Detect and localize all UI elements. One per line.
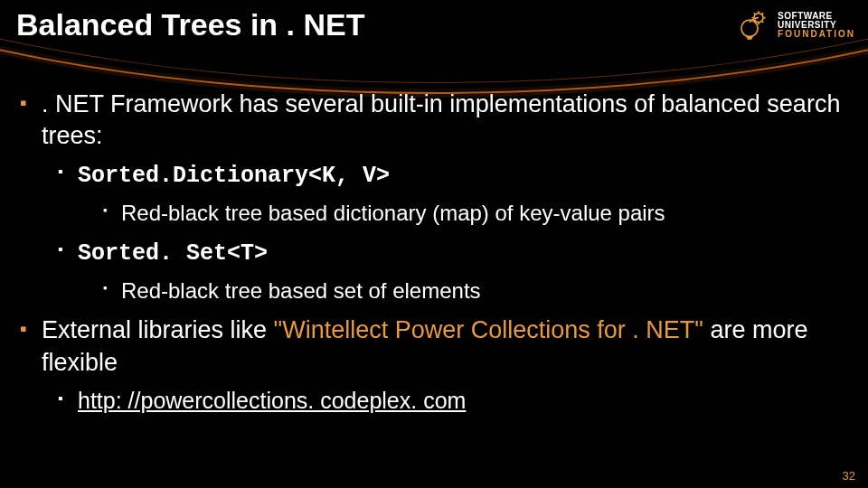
svg-line-9: [762, 13, 764, 14]
external-quote: "Wintellect Power Collections for . NET": [274, 316, 703, 343]
page-number: 32: [843, 469, 855, 483]
bullet-list-level-3a: Red-black tree based dictionary (map) of…: [78, 199, 850, 228]
bullet-list-level-1: . NET Framework has several built-in imp…: [18, 89, 850, 416]
logo-line-3: FOUNDATION: [778, 30, 855, 39]
intro-text: . NET Framework has several built-in imp…: [42, 90, 840, 149]
external-prefix: External libraries like: [42, 316, 274, 343]
svg-line-7: [762, 21, 764, 23]
svg-line-6: [754, 13, 756, 14]
bullet-external: External libraries like "Wintellect Powe…: [18, 314, 850, 416]
bullet-sorted-dictionary: Sorted.Dictionary<K, V> Red-black tree b…: [58, 159, 850, 228]
bullet-list-level-2b: http: //powercollections. codeplex. com: [42, 386, 850, 417]
content-area: . NET Framework has several built-in imp…: [18, 89, 850, 470]
logo: SOFTWARE UNIVERSITY FOUNDATION: [736, 7, 855, 43]
sorted-dictionary-code: Sorted.Dictionary<K, V>: [78, 163, 390, 189]
bullet-sorted-set: Sorted. Set<T> Red-black tree based set …: [58, 237, 850, 305]
bullet-intro: . NET Framework has several built-in imp…: [18, 89, 850, 305]
bullet-sorted-dictionary-desc: Red-black tree based dictionary (map) of…: [103, 199, 850, 228]
lightbulb-gear-icon: [736, 7, 772, 43]
logo-text: SOFTWARE UNIVERSITY FOUNDATION: [778, 12, 855, 39]
bullet-list-level-3b: Red-black tree based set of elements: [78, 277, 850, 305]
bullet-link: http: //powercollections. codeplex. com: [58, 386, 850, 417]
powercollections-link[interactable]: http: //powercollections. codeplex. com: [78, 388, 466, 413]
bullet-sorted-set-desc: Red-black tree based set of elements: [103, 277, 850, 305]
sorted-set-code: Sorted. Set<T>: [78, 240, 268, 267]
bullet-list-level-2a: Sorted.Dictionary<K, V> Red-black tree b…: [42, 159, 850, 305]
slide: Balanced Trees in . NET S: [0, 0, 868, 488]
svg-point-0: [741, 20, 758, 36]
slide-title: Balanced Trees in . NET: [16, 7, 364, 42]
